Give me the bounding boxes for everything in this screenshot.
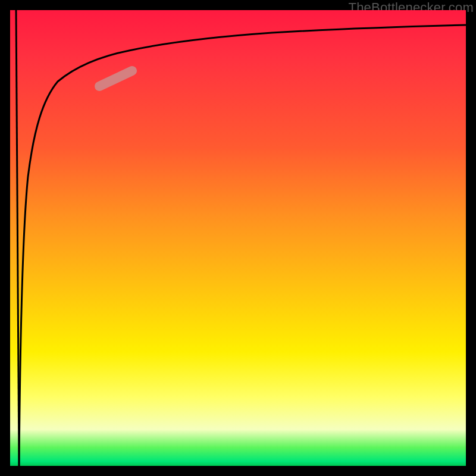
chart-frame: TheBottlenecker.com [0, 0, 476, 476]
bottleneck-curve-down [16, 10, 19, 466]
curve-layer [10, 10, 466, 466]
bottleneck-curve-up [19, 25, 466, 466]
plot-area [10, 10, 466, 466]
marker-pill [99, 71, 132, 86]
